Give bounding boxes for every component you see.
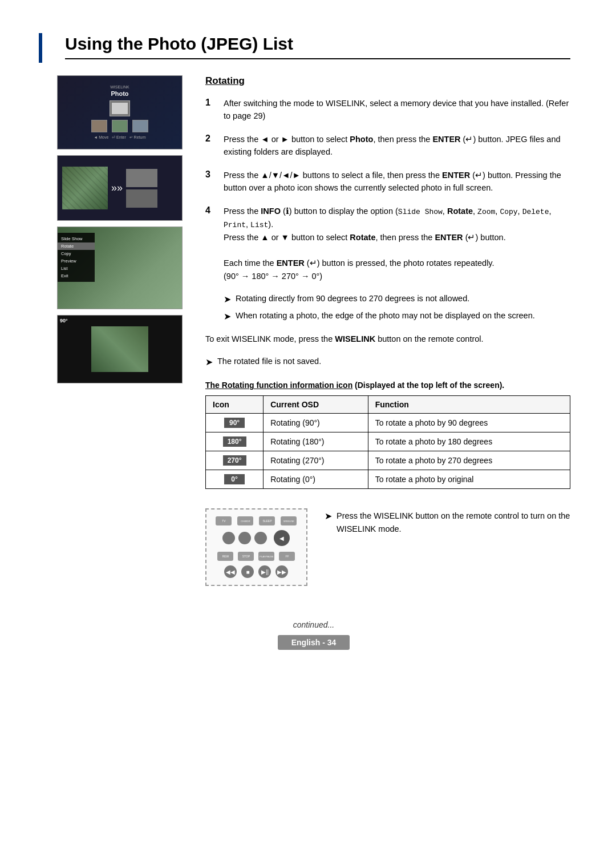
- remote-wiselink-btn: WISELINK: [281, 516, 297, 525]
- table-header-icon: Icon: [206, 396, 264, 414]
- step-text-1: After switching the mode to WISELINK, se…: [224, 97, 570, 123]
- step-text-3: Press the ▲/▼/◄/► buttons to select a fi…: [224, 169, 570, 195]
- arrow-icon-3: ➤: [205, 355, 213, 369]
- table-cell-osd-0: Rotating (0°): [264, 470, 368, 489]
- exit-note: To exit WISELINK mode, press the WISELIN…: [205, 333, 570, 345]
- table-cell-icon-180: 180°: [206, 432, 264, 451]
- step-text-2: Press the ◄ or ► button to select Photo,…: [224, 133, 570, 159]
- remote-circle-1: [222, 532, 235, 544]
- step-3: 3 Press the ▲/▼/◄/► buttons to select a …: [205, 169, 570, 195]
- remote-circle-2: [238, 532, 251, 544]
- title-divider: [65, 58, 570, 59]
- table-row: 270° Rotating (270°) To rotate a photo b…: [206, 451, 570, 470]
- ss3-menu-item-rotate: Rotate: [58, 242, 95, 250]
- remote-circle-3: [254, 532, 267, 544]
- step-4: 4 Press the INFO (ℹ) button to display t…: [205, 205, 570, 282]
- note-text-2: When rotating a photo, the edge of the p…: [236, 310, 535, 322]
- badge-270: 270°: [223, 455, 246, 466]
- saved-note: ➤ The rotated file is not saved.: [205, 355, 570, 369]
- remote-stop2-btn: ■: [241, 565, 254, 578]
- note-text-1: Rotating directly from 90 degrees to 270…: [236, 293, 469, 305]
- ss1-bar: ◄ Move ⏎ Enter ↵ Return: [94, 135, 145, 140]
- screenshot-4: 90°: [57, 315, 183, 383]
- step-text-4: Press the INFO (ℹ) button to display the…: [224, 205, 570, 282]
- screenshot-1: WISELINK Photo ◄ Move ⏎ Enter ↵ Return: [57, 75, 183, 149]
- section-title: Rotating: [205, 75, 570, 87]
- remote-control-box: TV CH/MGR SLEEP WISELINK: [205, 508, 307, 586]
- table-cell-osd-270: Rotating (270°): [264, 451, 368, 470]
- table-cell-icon-90: 90°: [206, 414, 264, 432]
- table-cell-function-180: To rotate a photo by 180 degrees: [368, 432, 570, 451]
- ss1-photo-label: Photo: [111, 90, 128, 97]
- arrow-icon-4: ➤: [325, 510, 332, 535]
- ss3-menu-item-preview: Preview: [58, 257, 95, 265]
- left-column: WISELINK Photo ◄ Move ⏎ Enter ↵ Return: [57, 75, 188, 586]
- step-2: 2 Press the ◄ or ► button to select Phot…: [205, 133, 570, 159]
- badge-0: 0°: [224, 474, 245, 484]
- table-cell-function-270: To rotate a photo by 270 degrees: [368, 451, 570, 470]
- table-header-function: Function: [368, 396, 570, 414]
- continued-text: continued...: [57, 620, 570, 629]
- ss3-menu-item-list: List: [58, 265, 95, 272]
- rotation-table: Icon Current OSD Function 90° Rotating (…: [205, 395, 570, 489]
- badge-90: 90°: [224, 418, 245, 428]
- step-number-2: 2: [205, 134, 216, 144]
- ss4-rotated-photo: [91, 326, 148, 372]
- ss3-menu-item-copy: Copy: [58, 250, 95, 257]
- remote-ff-btn: FF: [279, 552, 295, 561]
- remote-play2-btn: ▶||: [258, 565, 271, 578]
- badge-180: 180°: [223, 436, 246, 447]
- ss3-menu-overlay: Slide Show Rotate Copy Preview List Exit: [58, 233, 95, 282]
- remote-sleep-btn: SLEEP: [259, 516, 275, 525]
- table-cell-function-90: To rotate a photo by 90 degrees: [368, 414, 570, 432]
- table-cell-osd-180: Rotating (180°): [264, 432, 368, 451]
- page-badge: English - 34: [278, 635, 350, 650]
- arrow-icon-2: ➤: [224, 310, 231, 324]
- remote-chmgr-btn: CH/MGR: [237, 516, 253, 525]
- table-cell-icon-0: 0°: [206, 470, 264, 489]
- ss1-wiselink-label: WISELINK: [110, 85, 129, 89]
- screenshot-3: Slide Show Rotate Copy Preview List Exit: [57, 227, 183, 309]
- bottom-section: TV CH/MGR SLEEP WISELINK: [205, 503, 570, 586]
- ss3-menu-item-exit: Exit: [58, 272, 95, 280]
- ss4-degree-label: 90°: [60, 318, 68, 324]
- saved-note-text: The rotated file is not saved.: [217, 355, 321, 368]
- arrow-icon-1: ➤: [224, 293, 231, 306]
- wiselink-bottom-note: ➤ Press the WISELINK button on the remot…: [325, 510, 570, 535]
- page-title: Using the Photo (JPEG) List: [65, 34, 570, 54]
- table-cell-icon-270: 270°: [206, 451, 264, 470]
- ss2-arrows: »»: [111, 182, 123, 194]
- step4-notes: ➤ Rotating directly from 90 degrees to 2…: [224, 293, 570, 324]
- footer: continued... English - 34: [57, 620, 570, 650]
- note-line-2: ➤ When rotating a photo, the edge of the…: [224, 310, 570, 324]
- table-title-note: (Displayed at the top left of the screen…: [355, 381, 502, 390]
- remote-next-btn: ▶▶: [275, 565, 288, 578]
- table-row: 90° Rotating (90°) To rotate a photo by …: [206, 414, 570, 432]
- remote-rew-btn: REW: [217, 552, 233, 561]
- table-row: 180° Rotating (180°) To rotate a photo b…: [206, 432, 570, 451]
- wiselink-note-text: Press the WISELINK button on the remote …: [337, 510, 570, 535]
- remote-tv-btn: TV: [216, 516, 232, 525]
- table-header-osd: Current OSD: [264, 396, 368, 414]
- table-body: 90° Rotating (90°) To rotate a photo by …: [206, 414, 570, 489]
- ss3-menu-item-slideshow: Slide Show: [58, 235, 95, 242]
- remote-stop-btn: STOP: [238, 552, 254, 561]
- remote-play-btn: PLAY/PAUSE: [258, 552, 274, 561]
- step-number-3: 3: [205, 169, 216, 180]
- content-layout: WISELINK Photo ◄ Move ⏎ Enter ↵ Return: [57, 75, 570, 586]
- table-title: The Rotating function information icon (…: [205, 381, 570, 390]
- ss2-photo: [62, 167, 108, 209]
- table-cell-function-0: To rotate a photo by original: [368, 470, 570, 489]
- screenshot-2: »»: [57, 155, 183, 221]
- step-number-4: 4: [205, 205, 216, 216]
- step-1: 1 After switching the mode to WISELINK, …: [205, 97, 570, 123]
- page-container: Using the Photo (JPEG) List WISELINK Pho…: [0, 0, 616, 684]
- table-title-underlined: The Rotating function information icon: [205, 381, 352, 390]
- right-column: Rotating 1 After switching the mode to W…: [205, 75, 570, 586]
- remote-vol-btn: ◀: [274, 530, 290, 546]
- remote-prev-btn: ◀◀: [224, 565, 237, 578]
- note-line-1: ➤ Rotating directly from 90 degrees to 2…: [224, 293, 570, 306]
- step-number-1: 1: [205, 98, 216, 108]
- table-cell-osd-90: Rotating (90°): [264, 414, 368, 432]
- table-row: 0° Rotating (0°) To rotate a photo by or…: [206, 470, 570, 489]
